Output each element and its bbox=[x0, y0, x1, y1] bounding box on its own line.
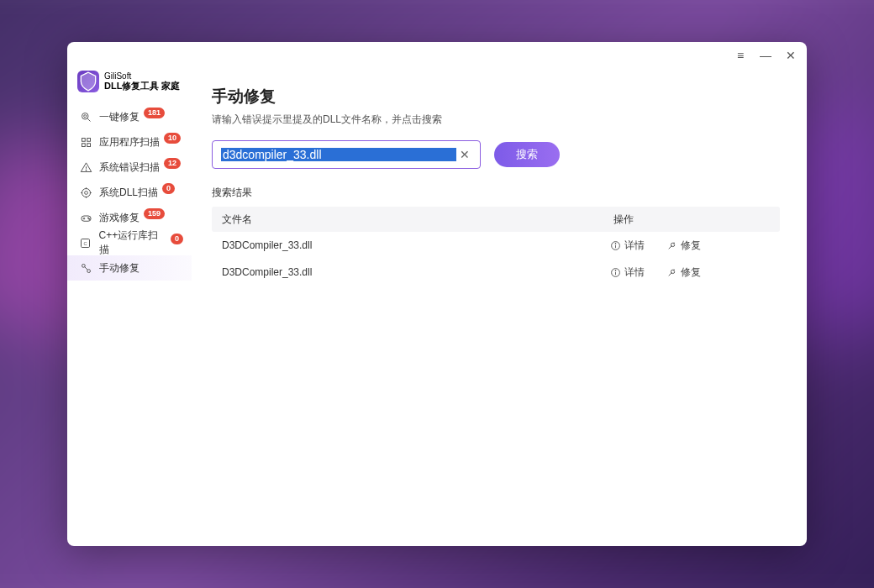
svg-line-31 bbox=[669, 272, 672, 276]
sidebar-item-label: 一键修复 bbox=[99, 110, 140, 124]
repair-button[interactable]: 修复 bbox=[666, 239, 701, 253]
table-header: 文件名 操作 bbox=[212, 207, 780, 232]
cell-filename: D3DCompiler_33.dll bbox=[212, 266, 603, 278]
sidebar-item-label: 游戏修复 bbox=[99, 211, 140, 225]
table-row: D3DCompiler_33.dll详情修复 bbox=[212, 232, 780, 259]
dll-scan-icon bbox=[79, 186, 92, 199]
sidebar: GiliSoft DLL修复工具 家庭 一键修复181应用程序扫描10系统错误扫… bbox=[67, 69, 192, 546]
svg-point-30 bbox=[615, 270, 616, 270]
sidebar-item-1[interactable]: 应用程序扫描10 bbox=[67, 129, 192, 155]
sidebar-item-5[interactable]: CC++运行库扫描0 bbox=[67, 230, 192, 255]
sidebar-badge: 0 bbox=[171, 234, 183, 244]
col-header-file: 文件名 bbox=[212, 213, 603, 227]
sidebar-item-3[interactable]: 系统DLL扫描0 bbox=[67, 180, 192, 205]
runtime-icon: C bbox=[79, 236, 92, 249]
brand-line1: GiliSoft bbox=[104, 71, 180, 81]
repair-button[interactable]: 修复 bbox=[666, 265, 701, 280]
svg-line-27 bbox=[669, 245, 672, 249]
app-scan-icon bbox=[79, 135, 92, 149]
table-body: D3DCompiler_33.dll详情修复D3DCompiler_33.dll… bbox=[212, 232, 780, 286]
svg-rect-6 bbox=[87, 143, 90, 146]
detail-button[interactable]: 详情 bbox=[610, 265, 645, 280]
svg-point-2 bbox=[83, 114, 86, 117]
app-logo-icon bbox=[77, 71, 99, 92]
brand: GiliSoft DLL修复工具 家庭 bbox=[67, 71, 192, 104]
table-row: D3DCompiler_33.dll详情修复 bbox=[212, 259, 780, 286]
sidebar-badge: 159 bbox=[144, 208, 165, 219]
svg-rect-5 bbox=[82, 143, 85, 146]
svg-point-0 bbox=[82, 113, 88, 119]
page-subtitle: 请输入错误提示里提及的DLL文件名称，并点击搜索 bbox=[212, 113, 780, 127]
error-scan-icon bbox=[79, 160, 92, 174]
sidebar-badge: 181 bbox=[144, 108, 165, 118]
search-input[interactable] bbox=[221, 148, 456, 161]
titlebar: ≡ — ✕ bbox=[67, 42, 807, 69]
minimize-button[interactable]: — bbox=[758, 48, 773, 63]
sidebar-item-0[interactable]: 一键修复181 bbox=[67, 104, 192, 129]
sidebar-item-label: 应用程序扫描 bbox=[99, 135, 160, 150]
sidebar-item-4[interactable]: 游戏修复159 bbox=[67, 205, 192, 230]
nav: 一键修复181应用程序扫描10系统错误扫描12系统DLL扫描0游戏修复159CC… bbox=[67, 104, 192, 281]
svg-text:C: C bbox=[84, 241, 87, 246]
search-button[interactable]: 搜索 bbox=[494, 142, 560, 167]
sidebar-item-2[interactable]: 系统错误扫描12 bbox=[67, 155, 192, 180]
svg-point-18 bbox=[87, 217, 88, 218]
sidebar-item-label: 系统DLL扫描 bbox=[99, 186, 158, 200]
sidebar-item-label: 手动修复 bbox=[99, 261, 140, 276]
magnify-icon bbox=[79, 110, 92, 123]
sidebar-item-6[interactable]: 手动修复 bbox=[67, 255, 192, 281]
sidebar-badge: 0 bbox=[162, 183, 175, 194]
close-button[interactable]: ✕ bbox=[783, 48, 798, 63]
svg-point-26 bbox=[615, 243, 616, 244]
cell-filename: D3DCompiler_33.dll bbox=[212, 239, 603, 251]
game-icon bbox=[79, 211, 92, 224]
svg-point-8 bbox=[86, 170, 87, 171]
app-window: ≡ — ✕ GiliSoft DLL修复工具 家庭 一键修复181应用程序扫描1… bbox=[67, 42, 807, 546]
page-title: 手动修复 bbox=[212, 86, 780, 108]
svg-rect-3 bbox=[82, 138, 85, 141]
search-row: ✕ 搜索 bbox=[212, 140, 780, 169]
col-header-op: 操作 bbox=[603, 213, 780, 227]
svg-line-1 bbox=[87, 118, 90, 121]
sidebar-item-label: C++运行库扫描 bbox=[99, 228, 166, 257]
clear-icon[interactable]: ✕ bbox=[456, 148, 473, 161]
svg-rect-4 bbox=[87, 138, 90, 141]
sidebar-badge: 10 bbox=[164, 133, 181, 144]
detail-button[interactable]: 详情 bbox=[610, 239, 645, 253]
svg-point-10 bbox=[84, 191, 87, 194]
main-panel: 手动修复 请输入错误提示里提及的DLL文件名称，并点击搜索 ✕ 搜索 搜索结果 … bbox=[192, 69, 807, 546]
svg-point-9 bbox=[82, 188, 90, 197]
sidebar-item-label: 系统错误扫描 bbox=[99, 160, 160, 175]
brand-line2: DLL修复工具 家庭 bbox=[104, 81, 180, 91]
sidebar-badge: 12 bbox=[164, 158, 181, 169]
results-table: 文件名 操作 D3DCompiler_33.dll详情修复D3DCompiler… bbox=[212, 207, 780, 286]
manual-icon bbox=[79, 261, 92, 275]
svg-point-19 bbox=[88, 218, 89, 219]
search-box[interactable]: ✕ bbox=[212, 140, 481, 169]
results-label: 搜索结果 bbox=[212, 186, 780, 200]
hamburger-icon[interactable]: ≡ bbox=[733, 48, 748, 63]
